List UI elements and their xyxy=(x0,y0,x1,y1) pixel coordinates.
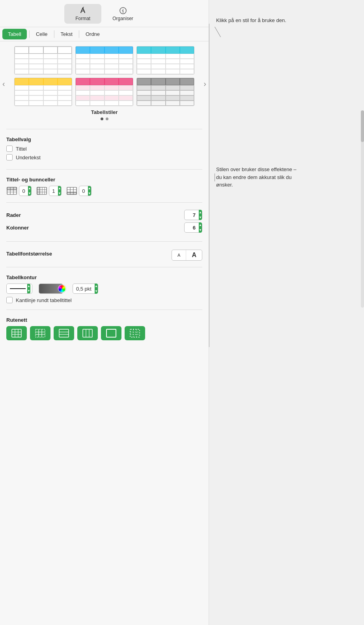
svg-rect-42 xyxy=(106,329,116,337)
col-header-rows-stepper[interactable]: 0 ▲ ▼ xyxy=(19,186,32,196)
header-cols-icon xyxy=(36,187,47,195)
columns-input[interactable]: 6 ▲ ▼ xyxy=(184,222,202,233)
columns-row: Kolonner 6 ▲ ▼ xyxy=(6,222,202,233)
col-stepper-2: 1 ▲ ▼ xyxy=(36,186,62,196)
annotation-line-2 xyxy=(215,174,215,181)
style-pink[interactable] xyxy=(75,78,133,106)
col-stepper-1: 0 ▲ ▼ xyxy=(6,186,32,196)
col-stepper-3: 0 ▲ ▼ xyxy=(66,186,91,196)
svg-line-0 xyxy=(81,8,83,13)
grid-btn-outer-border[interactable] xyxy=(101,326,121,340)
annotations-area: Klikk på en stil for å bruke den. Stilen… xyxy=(209,0,364,625)
rows-input[interactable]: 7 ▲ ▼ xyxy=(184,210,202,220)
rows-down[interactable]: ▼ xyxy=(199,215,202,220)
rows-label: Rader xyxy=(6,212,21,218)
columns-up[interactable]: ▲ xyxy=(199,222,202,228)
footer-rows-stepper[interactable]: 0 ▲ ▼ xyxy=(79,186,91,196)
grid-title: Rutenett xyxy=(6,317,202,323)
border-title-label: Kantlinje rundt tabelltittel xyxy=(16,297,72,303)
col-header-cols-up[interactable]: ▲ xyxy=(58,186,61,191)
col-header-cols-down[interactable]: ▼ xyxy=(58,191,61,196)
col-header-cols-stepper[interactable]: 1 ▲ ▼ xyxy=(49,186,62,196)
svg-rect-39 xyxy=(83,329,92,337)
dot-1 xyxy=(101,118,103,120)
style-gray[interactable] xyxy=(136,78,194,106)
svg-rect-9 xyxy=(7,187,17,189)
style-grid xyxy=(5,46,204,106)
col-header-rows-down[interactable]: ▼ xyxy=(28,191,31,196)
rows-up[interactable]: ▲ xyxy=(199,210,202,215)
border-checkbox-row: Kantlinje rundt tabelltittel xyxy=(6,297,202,303)
outline-style-down[interactable]: ▼ xyxy=(27,289,30,293)
grid-btn-vertical-lines[interactable] xyxy=(77,326,98,340)
outline-row: ▲ ▼ 0,5 pkt ▲ ▼ xyxy=(6,284,202,294)
columns-down[interactable]: ▼ xyxy=(199,228,202,233)
outline-size-value: 0,5 pkt xyxy=(73,286,95,292)
grid-buttons-row xyxy=(6,326,202,340)
outline-section: Tabellkontur ▲ ▼ 0,5 pkt xyxy=(0,271,209,306)
col-header-rows-up[interactable]: ▲ xyxy=(28,186,31,191)
undertekst-label: Undertekst xyxy=(16,155,41,160)
col-header-rows-value: 0 xyxy=(19,188,28,194)
undertekst-row: Undertekst xyxy=(6,154,202,160)
rows-section: Rader 7 ▲ ▼ Kolonner 6 ▲ ▼ xyxy=(0,206,209,238)
footer-rows-down[interactable]: ▼ xyxy=(88,191,91,196)
columns-value: 6 xyxy=(185,225,199,231)
undertekst-checkbox[interactable] xyxy=(6,154,13,160)
rows-value: 7 xyxy=(185,212,199,218)
col-header-cols-value: 1 xyxy=(49,188,58,194)
header-footer-title: Tittel- og bunnceller xyxy=(6,177,202,183)
format-label: Format xyxy=(75,16,90,21)
format-button[interactable]: Format xyxy=(64,4,101,24)
right-border-line xyxy=(209,24,209,347)
outline-line-preview xyxy=(10,288,26,289)
outline-style-picker[interactable]: ▲ ▼ xyxy=(6,284,32,294)
cells-row: 0 ▲ ▼ xyxy=(6,186,202,196)
svg-rect-26 xyxy=(12,329,21,337)
outline-size-up[interactable]: ▲ xyxy=(95,284,98,289)
svg-rect-21 xyxy=(67,192,77,194)
grid-btn-all-borders[interactable] xyxy=(6,326,27,340)
header-rows-icon xyxy=(6,187,17,195)
style-yellow[interactable] xyxy=(14,78,72,106)
pagination-dots xyxy=(5,118,204,120)
svg-line-3 xyxy=(83,7,84,8)
outline-size-down[interactable]: ▼ xyxy=(95,289,98,294)
style-plain[interactable] xyxy=(14,46,72,75)
style-blue[interactable] xyxy=(75,46,133,75)
grid-btn-horizontal-lines[interactable] xyxy=(54,326,74,340)
footer-rows-value: 0 xyxy=(79,188,88,194)
grid-btn-inner-borders[interactable] xyxy=(30,326,50,340)
effects-hint-text: Stilen over bruker disse effektene – du … xyxy=(216,166,303,189)
rows-row: Rader 7 ▲ ▼ xyxy=(6,210,202,220)
style-teal[interactable] xyxy=(136,46,194,75)
tab-tabell[interactable]: Tabell xyxy=(2,29,27,39)
font-decrease-button[interactable]: A xyxy=(172,250,186,260)
font-increase-button[interactable]: A xyxy=(186,250,202,260)
outline-size-input[interactable]: 0,5 pkt ▲ ▼ xyxy=(73,284,98,294)
prev-styles-button[interactable]: ‹ xyxy=(1,79,7,88)
toolbar: Format Organiser xyxy=(0,0,209,27)
font-size-label: Tabellfontstørrelse xyxy=(6,251,52,257)
tab-ordne[interactable]: Ordne xyxy=(79,27,106,41)
outline-color-swatch[interactable] xyxy=(39,284,63,294)
border-title-checkbox[interactable] xyxy=(6,297,13,303)
tab-celle[interactable]: Celle xyxy=(30,27,54,41)
tabellvalg-title: Tabellvalg xyxy=(6,136,202,142)
outline-style-up[interactable]: ▲ xyxy=(27,284,30,289)
footer-rows-up[interactable]: ▲ xyxy=(88,186,91,191)
next-styles-button[interactable]: › xyxy=(202,79,208,88)
style-grid-section: ‹ xyxy=(0,41,209,126)
font-size-buttons: A A xyxy=(172,250,202,261)
svg-rect-15 xyxy=(37,187,40,194)
tittel-checkbox[interactable] xyxy=(6,146,13,152)
styles-title: Tabellstiler xyxy=(5,109,204,115)
tab-tekst[interactable]: Tekst xyxy=(54,27,79,41)
grid-btn-no-borders[interactable] xyxy=(125,326,145,340)
svg-point-5 xyxy=(123,9,123,10)
tabs-bar: Tabell Celle Tekst Ordne xyxy=(0,27,209,41)
svg-rect-43 xyxy=(130,329,140,337)
footer-rows-icon xyxy=(66,187,77,195)
organiser-button[interactable]: Organiser xyxy=(101,4,144,24)
columns-label: Kolonner xyxy=(6,225,29,231)
